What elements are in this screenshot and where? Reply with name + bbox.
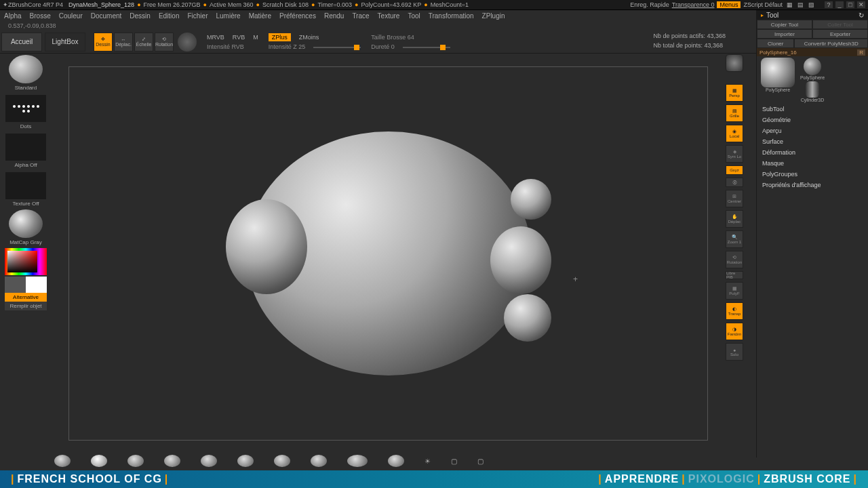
tool-panel-title[interactable]: Tool↻ (757, 10, 868, 20)
sun-icon[interactable]: ☀ (425, 458, 431, 465)
local-button[interactable]: ◉Local (726, 125, 743, 142)
alpha-thumbnail[interactable] (5, 134, 46, 161)
menu-matiere[interactable]: Matière (249, 12, 271, 20)
menu-alpha[interactable]: Alpha (4, 12, 22, 20)
zmoins-button[interactable]: ZMoins (299, 34, 319, 41)
lightbox-button[interactable]: LightBox (45, 33, 85, 52)
menu-zplugin[interactable]: ZPlugin (482, 12, 505, 20)
zoom-button[interactable]: 🔍Zoom 1 (726, 230, 743, 248)
menu-lumiere[interactable]: Lumière (216, 12, 240, 20)
section-surface[interactable]: Surface (757, 136, 868, 147)
axis-button[interactable]: ⦿ (726, 178, 743, 187)
menu-brosse[interactable]: Brosse (30, 12, 51, 20)
menu-fichier[interactable]: Fichier (187, 12, 208, 20)
texture-thumbnail[interactable] (5, 172, 46, 199)
layout3-icon[interactable]: ▧ (807, 1, 815, 8)
transparency-button[interactable]: Transparence 0 (672, 1, 715, 8)
quickpick-1[interactable] (54, 455, 71, 467)
move-view-button[interactable]: ✋Déplac (726, 210, 743, 228)
convert-polymesh-button[interactable]: Convertir PolyMesh3D (794, 39, 868, 48)
layout2-icon[interactable]: ▤ (796, 1, 804, 8)
section-geometry[interactable]: Géométrie (757, 115, 868, 125)
draw-mode-button[interactable]: ✥Dessin (94, 33, 113, 52)
quickpick-10[interactable] (388, 455, 404, 467)
viewport[interactable] (68, 66, 708, 441)
menu-preferences[interactable]: Préférences (279, 12, 316, 20)
close-icon[interactable]: ✕ (857, 1, 865, 8)
brush-shape-button[interactable] (178, 33, 197, 52)
rect2-icon[interactable]: ▢ (477, 458, 484, 465)
free-pib-button[interactable]: Libre PIB (726, 271, 743, 279)
persp-button[interactable]: ▦Persp (726, 84, 743, 102)
rotate-view-button[interactable]: ⟲Rotation (726, 251, 743, 268)
quickpick-8[interactable] (311, 455, 327, 467)
intensity-z-slider[interactable]: Intensité Z 25 (269, 43, 306, 50)
intensity-rvb-slider[interactable]: Intensité RVB (207, 43, 244, 50)
section-display-props[interactable]: Propriétés d'affichage (757, 180, 868, 190)
floor-button[interactable]: ▤Grille (726, 104, 743, 122)
color-swatches[interactable] (5, 277, 47, 293)
zplus-button[interactable]: ZPlus (269, 33, 291, 41)
hardness-slider[interactable]: Dureté 0 (371, 43, 395, 50)
rect1-icon[interactable]: ▢ (451, 458, 457, 465)
scale-mode-button[interactable]: ⤢Échelle (134, 33, 153, 52)
fill-object-button[interactable]: Remplir objet (5, 302, 47, 310)
import-button[interactable]: Importer (757, 29, 812, 39)
tool-thumb-cylinder[interactable]: Cylinder3D (799, 81, 826, 102)
mrvb-label[interactable]: MRVB (207, 34, 224, 41)
minimize-icon[interactable]: _ (835, 1, 844, 8)
maximize-icon[interactable]: □ (846, 1, 854, 8)
section-subtool[interactable]: SubTool (757, 104, 868, 115)
menu-edition[interactable]: Edition (159, 12, 180, 20)
quickpick-5[interactable] (201, 455, 217, 467)
quickpick-9[interactable] (347, 455, 368, 467)
quickpick-7[interactable] (274, 455, 290, 467)
copy-tool-button[interactable]: Copier Tool (757, 20, 812, 29)
menu-transformation[interactable]: Transformation (429, 12, 474, 20)
frame-button[interactable]: ⊞Centrer (726, 190, 743, 207)
brush-thumbnail[interactable] (9, 55, 43, 83)
export-button[interactable]: Exporter (812, 29, 868, 39)
polyf-button[interactable]: ▦PolyF (726, 282, 743, 300)
section-mask[interactable]: Masque (757, 158, 868, 169)
menu-trace[interactable]: Trace (352, 12, 369, 20)
ghost-button[interactable]: ◑Fantôm (726, 323, 743, 340)
menu-couleur[interactable]: Couleur (59, 12, 83, 20)
secondary-color-swatch[interactable] (5, 277, 26, 293)
brush-size-slider[interactable]: Taille Brosse 64 (371, 34, 414, 41)
help-icon[interactable]: ? (825, 1, 833, 8)
quicksave-button[interactable]: Enreg. Rapide (630, 1, 669, 8)
menus-button[interactable]: Menus (717, 1, 741, 8)
rvb-label[interactable]: RVB (233, 34, 245, 41)
home-button[interactable]: Accueil (1, 33, 42, 52)
tool-thumb-active[interactable]: PolySphere (758, 58, 797, 102)
menu-rendu[interactable]: Rendu (324, 12, 344, 20)
menu-dessin[interactable]: Dessin (130, 12, 151, 20)
quickpick-3[interactable] (127, 455, 144, 467)
menu-texture[interactable]: Texture (378, 12, 400, 20)
refresh-icon[interactable]: ↻ (859, 12, 864, 19)
menu-tool[interactable]: Tool (408, 12, 420, 20)
quickpick-4[interactable] (164, 455, 180, 467)
gxyz-button[interactable]: Gxyz (726, 165, 743, 175)
quickpick-2[interactable] (91, 455, 107, 467)
solo-button[interactable]: ●Solo (726, 343, 743, 361)
symmetry-button[interactable]: ◈Sym Lo (726, 145, 743, 163)
zscript-button[interactable]: ZScript Défaut (743, 1, 783, 8)
clone-button[interactable]: Cloner (757, 39, 794, 48)
transp-button[interactable]: ◐Transp (726, 302, 743, 320)
section-preview[interactable]: Aperçu (757, 125, 868, 136)
move-mode-button[interactable]: ↔Déplac. (114, 33, 133, 52)
m-label[interactable]: M (253, 34, 258, 41)
tool-thumb-polysphere[interactable]: PolySphere (799, 58, 826, 80)
rotate-mode-button[interactable]: ⟲Rotation (155, 33, 174, 52)
section-deformation[interactable]: Déformation (757, 147, 868, 158)
material-thumbnail[interactable] (9, 209, 43, 238)
menu-document[interactable]: Document (91, 12, 122, 20)
paste-tool-button[interactable]: Coller Tool (812, 20, 868, 29)
section-polygroups[interactable]: PolyGroupes (757, 169, 868, 180)
quickpick-6[interactable] (237, 455, 254, 467)
bpr-button[interactable] (726, 54, 743, 72)
r-button[interactable]: R (857, 49, 865, 56)
tool-name-field[interactable]: PolySphere_16R (757, 48, 868, 56)
